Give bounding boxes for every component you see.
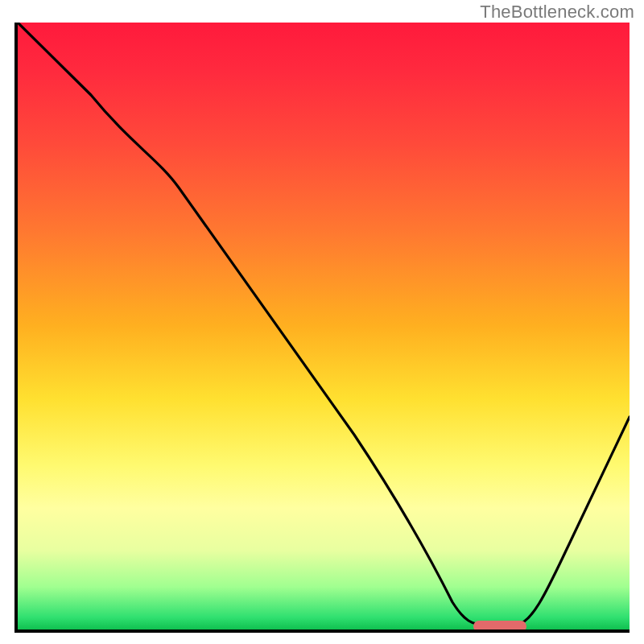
chart-area <box>14 23 630 633</box>
watermark-text: TheBottleneck.com <box>480 2 634 23</box>
curve-path <box>18 23 630 625</box>
bottleneck-curve <box>18 23 630 630</box>
optimum-range-marker <box>473 621 526 632</box>
